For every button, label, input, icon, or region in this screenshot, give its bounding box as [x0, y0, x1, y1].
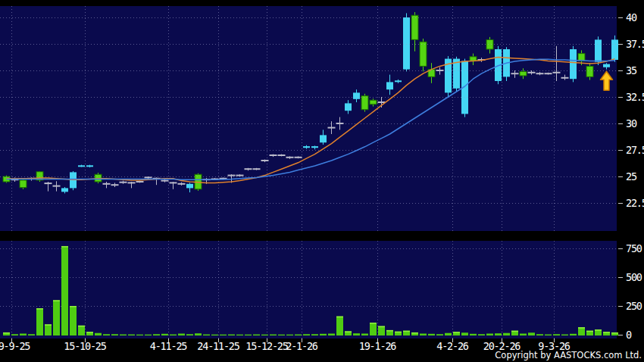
volume-bar [253, 335, 260, 335]
volume-panel [0, 241, 617, 339]
candle-body [611, 39, 618, 60]
chart-root: 4037.53532.53027.52522.5750500250029-9-2… [0, 0, 644, 362]
volume-bar [420, 333, 427, 335]
volume-bar [270, 335, 277, 335]
volume-bar [428, 334, 435, 335]
volume-bar [378, 326, 385, 335]
date-axis-label: 4-2-26 [436, 340, 469, 352]
volume-bar [195, 333, 202, 335]
volume-bar [486, 333, 493, 335]
stock-chart-svg: 4037.53532.53027.52522.5750500250029-9-2… [0, 0, 644, 362]
volume-bar [120, 335, 127, 335]
candle-body [411, 15, 418, 39]
volume-bar [361, 333, 368, 335]
volume-bar [178, 333, 185, 335]
volume-bar [353, 333, 360, 335]
volume-bar [336, 317, 343, 335]
volume-bar [495, 333, 502, 335]
candle-body [61, 188, 68, 192]
volume-bar [461, 332, 468, 335]
volume-bar [295, 335, 302, 335]
price-axis-label: 30 [626, 117, 637, 130]
candle-body [20, 180, 27, 188]
date-axis-label: 24-11-25 [197, 340, 239, 352]
volume-bar [470, 334, 477, 335]
volume-axis-label: 750 [626, 242, 642, 254]
volume-axis-label: 250 [626, 300, 642, 312]
candle-body [570, 49, 577, 79]
candle-body [403, 17, 410, 70]
volume-bar [170, 335, 177, 335]
volume-bar [578, 327, 585, 335]
volume-bar [561, 335, 568, 335]
candle-body [595, 39, 602, 61]
date-axis-label: 15-10-25 [64, 340, 106, 352]
copyright-text: Copyright by AASTOCKS.com Ltd. [495, 350, 642, 360]
volume-bar [145, 335, 152, 335]
volume-bar [520, 333, 527, 335]
volume-bar [78, 326, 85, 335]
candle-body [78, 165, 85, 167]
volume-bar [186, 334, 193, 335]
price-axis-label: 37.5 [626, 38, 644, 50]
volume-bar [436, 334, 443, 335]
price-axis-label: 22.5 [626, 197, 644, 209]
candle-body [420, 42, 427, 66]
candle-body [345, 103, 352, 111]
candle-body [186, 184, 193, 189]
date-axis-label: 29-9-25 [0, 340, 30, 352]
candle-body [370, 100, 377, 105]
volume-bar [370, 323, 377, 335]
volume-bar [211, 335, 218, 335]
volume-bar [20, 333, 27, 335]
volume-bar [478, 334, 485, 335]
volume-bar [36, 308, 43, 335]
price-axis-label: 27.5 [626, 144, 644, 156]
date-axis-label: 4-11-25 [150, 340, 188, 352]
price-panel [0, 6, 617, 231]
volume-bar [103, 334, 110, 335]
candle-body [586, 66, 593, 76]
candle-body [320, 135, 327, 142]
candle-body [303, 146, 310, 148]
volume-axis-label: 0 [626, 329, 632, 341]
volume-axis-label: 500 [626, 271, 642, 283]
volume-bar [45, 324, 52, 335]
volume-bar [53, 300, 60, 335]
volume-bar [203, 335, 210, 335]
volume-bar [136, 335, 143, 335]
volume-bar [153, 334, 160, 335]
candle-body [386, 82, 393, 89]
price-axis-label: 25 [626, 170, 637, 183]
volume-bar [553, 334, 560, 335]
volume-bar [445, 333, 452, 335]
date-axis-label: 19-1-26 [359, 340, 397, 352]
volume-bar [545, 335, 552, 335]
volume-bar [528, 332, 535, 335]
volume-bar [111, 334, 118, 335]
date-axis-label: 2-1-26 [286, 340, 318, 352]
candle-body [395, 80, 402, 82]
volume-bar [228, 335, 235, 335]
volume-bar [536, 334, 543, 335]
volume-bar [286, 335, 293, 335]
candle-body [353, 92, 360, 98]
volume-bar [70, 306, 77, 335]
price-axis-label: 32.5 [626, 91, 644, 103]
volume-bar [503, 333, 510, 335]
volume-bar [28, 334, 35, 335]
date-axis-label: 15-12-25 [245, 340, 288, 352]
volume-bar [128, 335, 135, 335]
volume-bar [303, 334, 310, 335]
price-axis-label: 40 [626, 11, 637, 23]
volume-bar [11, 334, 18, 335]
volume-bar [245, 335, 252, 335]
volume-bar [570, 334, 577, 335]
volume-bar [261, 335, 268, 335]
volume-bar [328, 333, 335, 335]
candle-body [486, 39, 493, 49]
volume-bar [61, 246, 68, 335]
candle-body [361, 96, 368, 110]
volume-bar [278, 335, 285, 335]
candle-body [520, 71, 527, 76]
